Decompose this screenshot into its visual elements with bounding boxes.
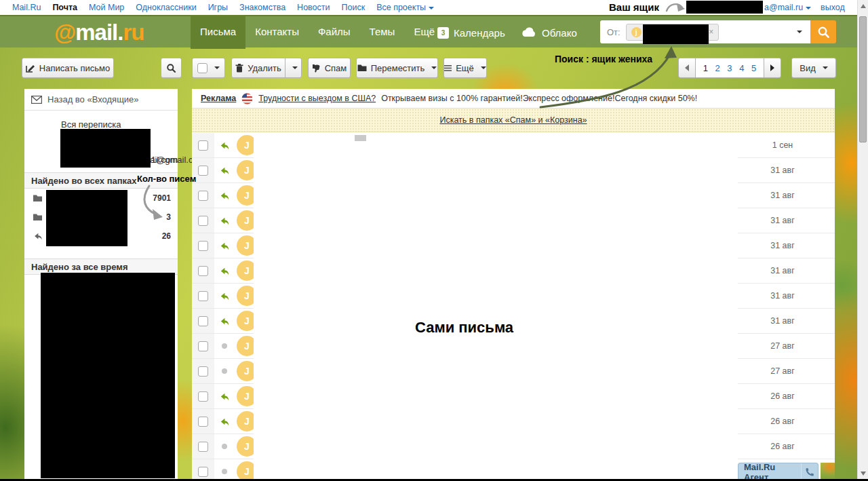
move-button[interactable]: Переместить (356, 58, 438, 78)
select-all-button[interactable] (192, 58, 225, 78)
folder-count: 3 (166, 212, 171, 222)
row-checkbox-cell (192, 233, 214, 258)
annotation-search-groom: Поиск : ящик жениха (555, 54, 652, 64)
scrollbar-thumb[interactable] (859, 16, 867, 142)
trash-icon (235, 64, 243, 73)
row-date: 27 авг (759, 341, 806, 351)
top-link-vse-proekty[interactable]: Все проекты (376, 3, 434, 12)
search-submit-button[interactable] (810, 20, 836, 43)
more-button[interactable]: Ещё (443, 58, 487, 78)
chevron-down-icon (806, 7, 811, 9)
reply-arrow-icon (219, 216, 229, 226)
row-date: 31 авг (759, 166, 806, 175)
top-link-odnoklassniki[interactable]: Одноклассники (136, 3, 196, 12)
row-checkbox[interactable] (198, 391, 208, 402)
account-email-link[interactable]: a@mail.ru (764, 3, 811, 12)
top-link-moy-mir[interactable]: Мой Мир (89, 3, 124, 12)
tab-pisma[interactable]: Письма (191, 15, 245, 49)
phone-icon (805, 467, 814, 477)
chevron-right-icon (770, 64, 774, 71)
toolbar-search-button[interactable] (161, 58, 182, 78)
row-checkbox[interactable] (198, 341, 208, 351)
tab-kontakty[interactable]: Контакты (245, 15, 309, 49)
row-checkbox[interactable] (198, 266, 208, 276)
scrollbar-down-icon[interactable] (861, 472, 866, 476)
calendar-label: Календарь (454, 27, 505, 39)
row-checkbox-cell (192, 359, 214, 383)
row-status-cell (214, 140, 234, 151)
ad-text: Открываем визы с 100% гарантией!Экспресс… (381, 94, 697, 103)
row-checkbox[interactable] (198, 140, 208, 151)
select-all-checkbox[interactable] (197, 63, 208, 73)
search-other-folders-banner: Искать в папках «Спам» и «Корзина» (192, 109, 835, 132)
mailru-logo[interactable]: @mail.ru (54, 20, 144, 45)
page-number-5[interactable]: 5 (751, 63, 756, 73)
read-dot-icon (222, 343, 227, 349)
all-projects-label: Все проекты (376, 3, 426, 12)
ad-label-link[interactable]: Реклама (201, 94, 236, 103)
tab-temy[interactable]: Темы (360, 15, 405, 49)
logout-link[interactable]: выход (821, 3, 845, 12)
compose-button[interactable]: Написать письмо (22, 58, 114, 78)
row-checkbox[interactable] (198, 316, 208, 326)
top-link-novosti[interactable]: Новости (297, 3, 330, 12)
spam-button[interactable]: Спам (308, 58, 351, 78)
reply-arrow-icon (219, 316, 229, 326)
row-checkbox-cell (192, 434, 214, 459)
calendar-button[interactable]: 3 Календарь (437, 16, 505, 49)
read-dot-icon (222, 444, 227, 449)
row-checkbox[interactable] (198, 216, 208, 226)
logo-ru: ru (123, 20, 144, 45)
redaction-from-to (60, 129, 151, 168)
row-checkbox-cell (192, 258, 214, 283)
row-checkbox-cell (192, 409, 214, 434)
usa-flag-icon (241, 93, 253, 104)
delete-button[interactable]: Удалить (231, 58, 285, 78)
top-link-poisk[interactable]: Поиск (342, 3, 366, 12)
folder-icon (33, 194, 43, 202)
cloud-button[interactable]: Облако (521, 16, 577, 49)
delete-options-button[interactable] (285, 58, 302, 78)
page-number-3[interactable]: 3 (727, 63, 732, 73)
row-status-cell (214, 291, 234, 301)
search-icon (166, 63, 176, 73)
calendar-icon: 3 (437, 27, 449, 39)
row-checkbox[interactable] (198, 366, 208, 377)
chip-remove-icon[interactable]: × (709, 27, 713, 37)
back-to-inbox-link[interactable]: Назад во «Входящие» (24, 89, 178, 111)
row-checkbox-cell (192, 459, 214, 481)
page-number-2[interactable]: 2 (715, 63, 719, 73)
top-link-znakomstva[interactable]: Знакомства (239, 3, 285, 12)
row-checkbox[interactable] (198, 241, 208, 251)
thumbs-down-icon (312, 64, 321, 73)
page-scrollbar[interactable] (857, 0, 868, 481)
top-link-mailru[interactable]: Mail.Ru (12, 3, 41, 12)
row-checkbox[interactable] (198, 291, 208, 301)
page-number-4[interactable]: 4 (739, 63, 744, 73)
search-dropdown-icon[interactable] (797, 31, 802, 33)
scrollbar-up-icon[interactable] (861, 4, 866, 8)
row-checkbox[interactable] (198, 166, 208, 176)
folder-count: 26 (162, 231, 171, 241)
row-date: 26 авг (759, 391, 806, 401)
pagination-next-button[interactable] (764, 58, 781, 78)
folder-icon (33, 213, 43, 221)
row-checkbox[interactable] (198, 417, 208, 427)
header-tabs: Письма Контакты Файлы Темы Ещё (191, 15, 444, 49)
compose-icon (26, 63, 35, 73)
page-number-1[interactable]: 1 (703, 63, 708, 73)
row-checkbox[interactable] (198, 191, 208, 201)
tab-faily[interactable]: Файлы (309, 15, 360, 49)
view-button[interactable]: Вид (791, 58, 836, 78)
row-checkbox[interactable] (198, 442, 208, 452)
reply-arrow-icon (219, 191, 229, 201)
top-link-pochta[interactable]: Почта (52, 3, 77, 12)
top-link-igry[interactable]: Игры (208, 3, 228, 12)
pagination-prev-button[interactable] (678, 58, 696, 78)
reply-arrow-icon (219, 417, 229, 427)
row-checkbox[interactable] (198, 467, 208, 477)
mailru-agent-panel[interactable]: Mail.Ru Агент (738, 463, 818, 481)
search-spam-trash-link[interactable]: Искать в папках «Спам» и «Корзина» (439, 115, 587, 125)
cloud-icon (521, 27, 537, 38)
ad-headline-link[interactable]: Трудности с выездом в США? (258, 94, 376, 103)
